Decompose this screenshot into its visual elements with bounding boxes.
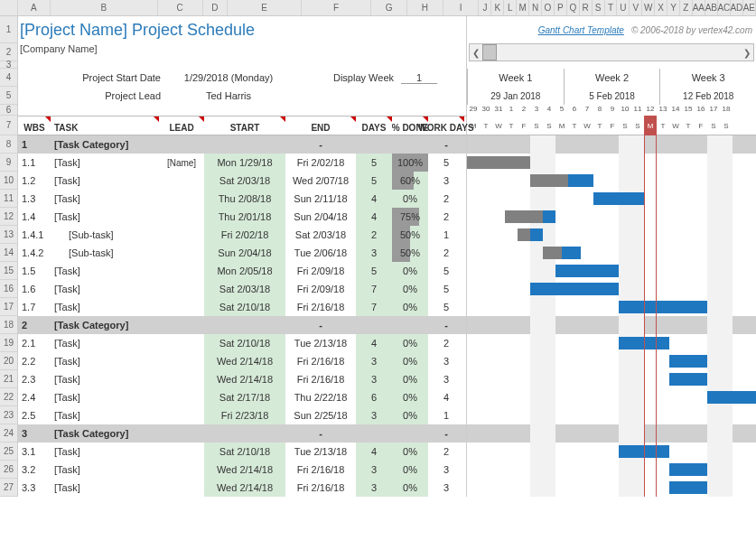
wbs-cell[interactable]: 2.4 [18,388,51,406]
lead-cell[interactable] [159,334,204,352]
start-date-value[interactable]: 1/29/2018 (Monday) [168,72,289,83]
task-cell[interactable]: [Task] [51,352,159,370]
wbs-cell[interactable]: 3 [18,424,51,443]
pct-cell[interactable]: 0% [392,406,428,424]
work-cell[interactable]: 1 [428,226,464,244]
col-header-cell[interactable]: M [517,0,529,15]
days-cell[interactable]: 3 [356,479,392,497]
col-header-cell[interactable]: R [580,0,593,15]
work-cell[interactable]: 2 [428,443,464,461]
work-cell[interactable]: 5 [428,262,464,280]
task-cell[interactable]: [Task] [51,443,159,461]
pct-cell[interactable]: 0% [392,298,428,316]
task-cell[interactable]: [Task Category] [51,316,204,334]
task-row[interactable]: 3.2 [Task] Wed 2/14/18 Fri 2/16/18 3 0% … [18,461,466,479]
task-row[interactable]: 1.5 [Task] Mon 2/05/18 Fri 2/09/18 5 0% … [18,262,466,280]
work-cell[interactable]: 4 [428,388,464,406]
task-cell[interactable]: [Task] [51,334,159,352]
task-row[interactable]: 3.3 [Task] Wed 2/14/18 Fri 2/16/18 3 0% … [18,479,466,497]
start-cell[interactable]: Fri 2/02/18 [204,226,285,244]
days-cell[interactable]: 5 [356,262,392,280]
wbs-cell[interactable]: 1.2 [18,172,51,190]
category-row[interactable]: 2 [Task Category] - - [18,316,466,334]
wbs-cell[interactable]: 1.4 [18,208,51,226]
lead-cell[interactable] [159,479,204,497]
start-cell[interactable]: Sun 2/04/18 [204,244,285,262]
task-cell[interactable]: [Task] [51,461,159,479]
pct-cell[interactable]: 60% [392,172,428,190]
wbs-cell[interactable]: 1.7 [18,298,51,316]
work-cell[interactable]: 3 [428,461,464,479]
days-cell[interactable]: 3 [356,244,392,262]
col-header-cell[interactable]: S [593,0,605,15]
end-cell[interactable]: Fri 2/16/18 [285,298,356,316]
col-header-cell[interactable]: X [655,0,667,15]
lead-cell[interactable] [159,172,204,190]
work-cell[interactable]: 5 [428,298,464,316]
row-headers[interactable]: 1234567891011121314151617181920212223242… [0,16,18,497]
row-header-cell[interactable]: 21 [0,370,18,388]
row-header-cell[interactable]: 14 [0,244,18,262]
work-cell[interactable]: 3 [428,370,464,388]
wbs-cell[interactable]: 3.2 [18,461,51,479]
row-header-cell[interactable]: 22 [0,388,18,406]
task-cell[interactable]: [Task] [51,298,159,316]
col-header-cell[interactable]: C [158,0,203,15]
lead-cell[interactable] [159,226,204,244]
row-header-cell[interactable]: 16 [0,280,18,298]
task-cell[interactable]: [Task] [51,388,159,406]
col-header-cell[interactable]: P [555,0,567,15]
start-cell[interactable]: Wed 2/14/18 [204,352,285,370]
row-header-cell[interactable]: 9 [0,154,18,172]
work-cell[interactable]: 3 [428,479,464,497]
wbs-cell[interactable]: 2 [18,316,51,334]
task-cell[interactable]: [Task] [51,280,159,298]
wbs-cell[interactable]: 3.3 [18,479,51,497]
start-cell[interactable]: Wed 2/14/18 [204,479,285,497]
col-header-cell[interactable]: O [542,0,555,15]
col-header-cell[interactable]: D [203,0,229,15]
lead-cell[interactable] [159,461,204,479]
pct-cell[interactable]: 0% [392,461,428,479]
lead-cell[interactable] [159,352,204,370]
col-header-cell[interactable]: AE [743,0,756,15]
task-cell[interactable]: [Task] [51,208,159,226]
pct-cell[interactable]: 0% [392,280,428,298]
end-cell[interactable]: Tue 2/13/18 [285,334,356,352]
wbs-cell[interactable]: 1.4.1 [18,226,51,244]
days-cell[interactable]: 3 [356,461,392,479]
pct-cell[interactable]: 50% [392,226,428,244]
column-headers[interactable]: ABCDEFGHIJKLMNOPQRSTUVWXYZAAABACADAE [0,0,756,16]
lead-cell[interactable] [159,244,204,262]
end-cell[interactable]: Fri 2/16/18 [285,370,356,388]
col-header-cell[interactable]: A [18,0,51,15]
end-cell[interactable]: Fri 2/09/18 [285,280,356,298]
start-cell[interactable]: Sat 2/17/18 [204,388,285,406]
start-cell[interactable]: Sat 2/10/18 [204,443,285,461]
row-header-cell[interactable]: 23 [0,406,18,424]
task-cell[interactable]: [Task] [51,154,159,172]
row-header-cell[interactable]: 18 [0,316,18,334]
col-header-cell[interactable]: K [491,0,504,15]
days-cell[interactable]: 2 [356,226,392,244]
display-week-value[interactable]: 1 [401,72,437,84]
end-cell[interactable]: Sun 2/25/18 [285,406,356,424]
template-link[interactable]: Gantt Chart Template [538,25,624,35]
wbs-cell[interactable]: 2.3 [18,370,51,388]
col-header-cell[interactable]: J [479,0,491,15]
work-cell[interactable]: 3 [428,352,464,370]
row-header-cell[interactable]: 12 [0,208,18,226]
start-cell[interactable]: Wed 2/14/18 [204,370,285,388]
end-cell[interactable]: Sun 2/11/18 [285,190,356,208]
end-cell[interactable]: - [285,316,356,334]
days-cell[interactable]: 3 [356,406,392,424]
end-cell[interactable]: Fri 2/02/18 [285,154,356,172]
lead-cell[interactable] [159,190,204,208]
end-cell[interactable]: - [285,135,356,154]
row-header-cell[interactable]: 26 [0,461,18,479]
end-cell[interactable]: Fri 2/16/18 [285,461,356,479]
work-cell[interactable]: 2 [428,244,464,262]
scroll-right-icon[interactable]: ❯ [741,48,753,58]
lead-cell[interactable] [159,298,204,316]
task-row[interactable]: 1.4 [Task] Thu 2/01/18 Sun 2/04/18 4 75%… [18,208,466,226]
